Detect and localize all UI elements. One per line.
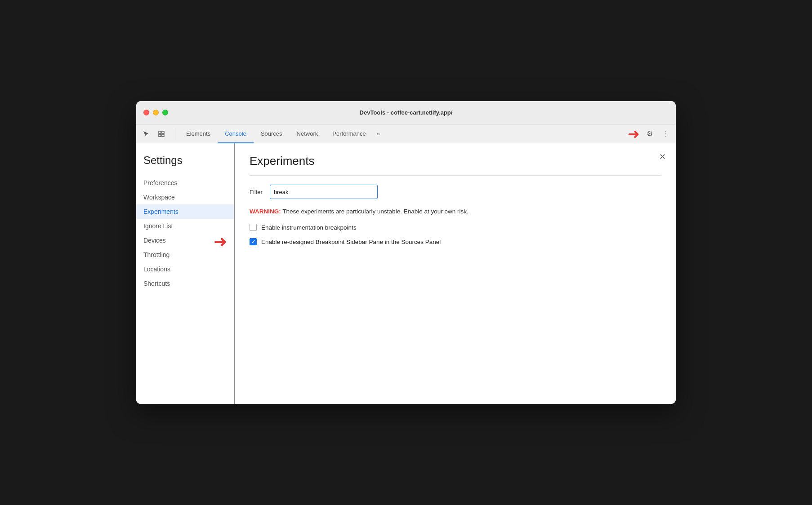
experiment-item-breakpoint-sidebar: ➜ Enable re-designed Breakpoint Sidebar … <box>250 238 661 245</box>
inspect-icon-btn[interactable] <box>155 128 168 140</box>
panel-title: Experiments <box>250 154 661 168</box>
close-traffic-light[interactable] <box>143 110 149 115</box>
sidebar-item-locations[interactable]: Locations <box>136 262 234 276</box>
main-content: Settings Preferences Workspace Experimen… <box>136 143 676 404</box>
tab-sources[interactable]: Sources <box>254 124 290 143</box>
annotation-arrow-top: ➜ <box>628 125 640 142</box>
warning-message: These experiments are particularly unsta… <box>281 208 468 215</box>
settings-title: Settings <box>136 151 234 176</box>
sidebar: Settings Preferences Workspace Experimen… <box>136 143 235 404</box>
tab-bar: Elements Console Sources Network Perform… <box>179 124 626 143</box>
content-panel: ✕ Experiments Filter WARNING: These expe… <box>235 143 676 404</box>
window-title: DevTools - coffee-cart.netlify.app/ <box>360 109 453 116</box>
tab-console[interactable]: Console <box>218 124 254 143</box>
sidebar-item-experiments[interactable]: Experiments <box>136 204 234 219</box>
svg-rect-0 <box>159 131 161 133</box>
toolbar: Elements Console Sources Network Perform… <box>136 124 676 143</box>
maximize-traffic-light[interactable] <box>162 110 168 115</box>
tab-network[interactable]: Network <box>290 124 326 143</box>
warning-label: WARNING: <box>250 208 281 215</box>
svg-rect-2 <box>159 134 161 137</box>
sidebar-item-workspace[interactable]: Workspace <box>136 190 234 204</box>
sidebar-item-ignore-list[interactable]: Ignore List <box>136 219 234 233</box>
toolbar-divider <box>175 128 175 140</box>
svg-rect-3 <box>162 134 164 137</box>
experiment-label-instrumentation: Enable instrumentation breakpoints <box>261 224 357 231</box>
tab-elements[interactable]: Elements <box>179 124 218 143</box>
more-tabs-button[interactable]: » <box>373 124 384 143</box>
minimize-traffic-light[interactable] <box>153 110 159 115</box>
panel-divider <box>250 175 661 176</box>
sidebar-item-shortcuts[interactable]: Shortcuts <box>136 276 234 291</box>
title-bar: DevTools - coffee-cart.netlify.app/ <box>136 101 676 124</box>
close-settings-button[interactable]: ✕ <box>656 151 669 163</box>
experiment-checkbox-instrumentation[interactable] <box>250 224 257 231</box>
more-options-button[interactable]: ⋮ <box>660 128 672 140</box>
svg-rect-1 <box>162 131 164 133</box>
toolbar-icons <box>140 128 168 140</box>
filter-input[interactable] <box>270 185 378 199</box>
experiment-checkbox-breakpoint-sidebar[interactable] <box>250 238 257 245</box>
devtools-window: DevTools - coffee-cart.netlify.app/ <box>136 101 676 404</box>
warning-text: WARNING: These experiments are particula… <box>250 208 661 215</box>
settings-gear-button[interactable]: ⚙ <box>643 128 656 140</box>
tab-performance[interactable]: Performance <box>325 124 373 143</box>
filter-row: Filter <box>250 185 661 199</box>
toolbar-right: ➜ ⚙ ⋮ <box>628 125 672 142</box>
annotation-arrow-left: ➜ <box>214 232 227 251</box>
experiment-label-breakpoint-sidebar: Enable re-designed Breakpoint Sidebar Pa… <box>261 239 441 245</box>
cursor-icon-btn[interactable] <box>140 128 152 140</box>
experiment-item-instrumentation: Enable instrumentation breakpoints <box>250 224 661 231</box>
filter-label: Filter <box>250 189 263 195</box>
sidebar-item-preferences[interactable]: Preferences <box>136 176 234 190</box>
traffic-lights <box>143 110 168 115</box>
